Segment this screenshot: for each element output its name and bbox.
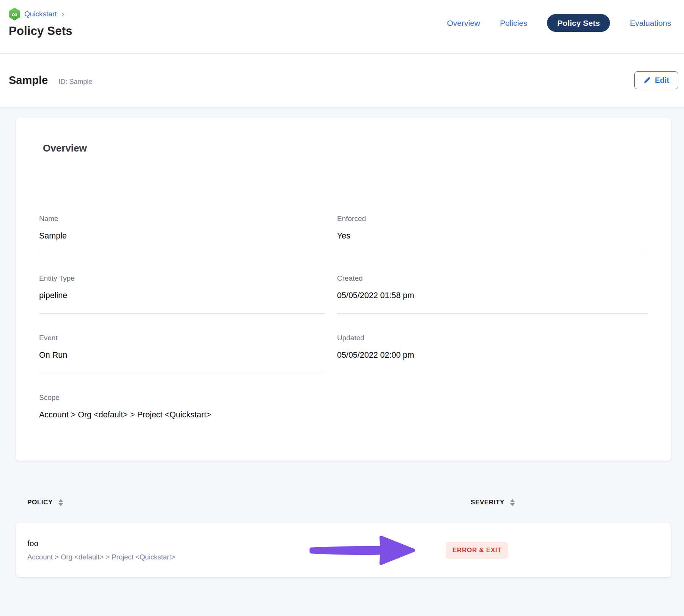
policy-name: foo: [27, 539, 671, 548]
overview-fields-left: Name Sample Entity Type pipeline Event O…: [39, 214, 325, 420]
breadcrumb-project-link[interactable]: Quickstart: [24, 10, 57, 18]
field-value: 05/05/2022 01:58 pm: [337, 291, 648, 300]
tab-evaluations[interactable]: Evaluations: [630, 19, 671, 27]
field-event: Event On Run: [39, 333, 325, 373]
infinity-glyph: ∞: [12, 10, 17, 18]
field-value: Sample: [39, 231, 325, 241]
overview-card: Overview Name Sample Entity Type pipelin…: [16, 118, 671, 461]
page-header: ∞ Quickstart › Policy Sets Overview Poli…: [0, 0, 684, 54]
field-value: pipeline: [39, 291, 325, 300]
field-value: 05/05/2022 02:00 pm: [337, 351, 648, 360]
edit-button-label: Edit: [655, 76, 669, 85]
overview-card-title: Overview: [43, 142, 648, 154]
field-name: Name Sample: [39, 214, 325, 254]
field-label: Enforced: [337, 214, 648, 223]
field-updated: Updated 05/05/2022 02:00 pm: [337, 333, 648, 360]
tab-policy-sets[interactable]: Policy Sets: [547, 14, 610, 32]
field-value: On Run: [39, 351, 325, 360]
field-label: Scope: [39, 393, 325, 402]
page-body: Overview Name Sample Entity Type pipelin…: [0, 107, 684, 577]
overview-fields-right: Enforced Yes Created 05/05/2022 01:58 pm…: [337, 214, 648, 420]
field-label: Event: [39, 333, 325, 342]
tab-overview[interactable]: Overview: [447, 19, 480, 27]
column-header-policy[interactable]: POLICY: [27, 499, 63, 506]
field-created: Created 05/05/2022 01:58 pm: [337, 274, 648, 314]
project-icon: ∞: [9, 8, 20, 21]
severity-badge: ERROR & EXIT: [446, 542, 508, 559]
field-label: Created: [337, 274, 648, 283]
field-label: Entity Type: [39, 274, 325, 283]
breadcrumb: ∞ Quickstart ›: [9, 8, 72, 21]
column-header-policy-label: POLICY: [27, 499, 53, 506]
overview-fields: Name Sample Entity Type pipeline Event O…: [39, 214, 648, 420]
policies-table-header: POLICY SEVERITY: [16, 499, 671, 509]
pencil-icon: [643, 77, 651, 84]
sort-icon[interactable]: [58, 499, 63, 506]
policies-table: POLICY SEVERITY foo Account > Org <defau…: [16, 499, 671, 577]
annotation-arrow-icon: [307, 532, 418, 569]
sort-icon[interactable]: [510, 499, 515, 506]
field-label: Name: [39, 214, 325, 223]
top-nav: Overview Policies Policy Sets Evaluation…: [447, 14, 671, 32]
tab-policies[interactable]: Policies: [500, 19, 527, 27]
policy-set-header: Sample ID: Sample Edit: [0, 54, 684, 107]
field-enforced: Enforced Yes: [337, 214, 648, 254]
column-header-severity[interactable]: SEVERITY: [471, 499, 515, 506]
field-entity-type: Entity Type pipeline: [39, 274, 325, 314]
field-value: Yes: [337, 231, 648, 241]
page-title: Policy Sets: [9, 24, 72, 38]
column-header-severity-label: SEVERITY: [471, 499, 504, 506]
field-label: Updated: [337, 333, 648, 342]
edit-button[interactable]: Edit: [634, 71, 678, 89]
policy-set-id: ID: Sample: [58, 78, 92, 86]
field-value: Account > Org <default> > Project <Quick…: [39, 410, 325, 420]
policy-set-name: Sample: [9, 74, 48, 87]
policy-table-row[interactable]: foo Account > Org <default> > Project <Q…: [16, 523, 671, 577]
field-scope: Scope Account > Org <default> > Project …: [39, 393, 325, 420]
chevron-right-icon: ›: [61, 9, 65, 19]
policy-scope: Account > Org <default> > Project <Quick…: [27, 553, 671, 561]
